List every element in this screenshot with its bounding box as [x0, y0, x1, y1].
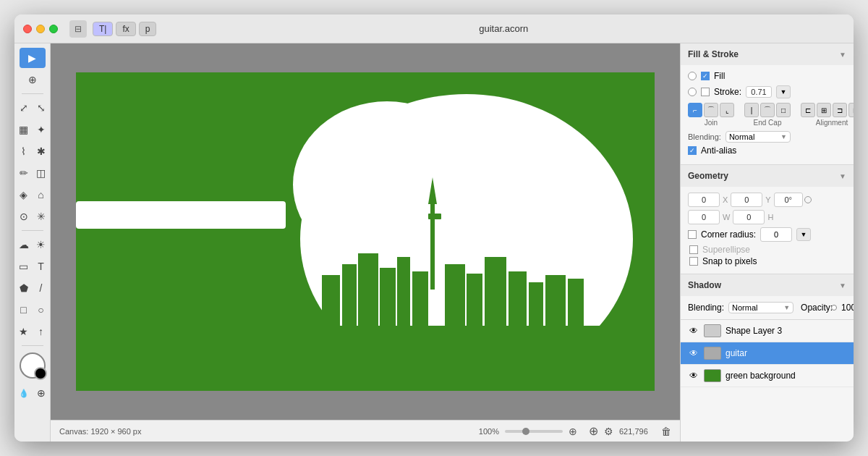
tool-zoom2[interactable]: ⊕	[33, 383, 49, 403]
geometry-header[interactable]: Geometry ▼	[681, 165, 854, 187]
tool-circle[interactable]: ○	[33, 300, 49, 320]
stroke-value-input[interactable]: 0.71	[746, 86, 772, 98]
color-well[interactable]	[20, 352, 46, 379]
tool-text[interactable]: T	[33, 256, 49, 276]
tool-brush[interactable]: ✏	[16, 163, 32, 183]
endcap-btn-square[interactable]: □	[776, 103, 791, 117]
divider2	[22, 230, 43, 231]
blending-select[interactable]: Normal ▼	[726, 131, 791, 143]
stroke-checkbox[interactable]	[701, 88, 710, 96]
join-group: ⌐ ⌒ ⌞ Join	[688, 103, 734, 127]
svg-rect-22	[362, 259, 365, 262]
align-btn-extra[interactable]: ⊟	[848, 103, 854, 117]
tool-magic-lasso[interactable]: ✱	[33, 141, 49, 161]
maximize-button[interactable]	[49, 25, 58, 33]
tool-effect[interactable]: ✳	[33, 206, 49, 227]
close-button[interactable]	[23, 25, 32, 33]
tool-crop[interactable]: ⤢	[16, 98, 32, 118]
shadow-blending-select[interactable]: Normal ▼	[728, 302, 793, 313]
endcap-group: | ⌒ □ End Cap	[744, 103, 791, 127]
layer-item-shape3[interactable]: 👁 Shape Layer 3	[681, 320, 854, 342]
titlebar-tool-p[interactable]: p	[139, 22, 157, 36]
align-btn-outside[interactable]: ⊐	[833, 103, 847, 117]
divider3	[22, 345, 43, 346]
fill-row: ✓ Fill	[688, 71, 846, 81]
fill-radio[interactable]	[688, 72, 697, 80]
fill-checkbox[interactable]: ✓	[701, 72, 710, 80]
geo-h-input[interactable]: 0	[733, 210, 765, 224]
canvas-viewport[interactable]	[51, 43, 680, 420]
tool-magic-select[interactable]: ✦	[33, 119, 49, 140]
tool-pen[interactable]: ⬟	[16, 278, 32, 298]
stroke-dropdown[interactable]: ▼	[776, 85, 791, 98]
join-row: ⌐ ⌒ ⌞ Join | ⌒ □ End	[688, 103, 846, 127]
tool-star[interactable]: ★	[16, 321, 32, 342]
tool-pixels[interactable]: ▦	[16, 119, 32, 140]
tool-eyedropper[interactable]: 💧	[16, 383, 32, 403]
layer-item-guitar[interactable]: 👁 guitar	[681, 342, 854, 365]
tool-row-lasso: ⌇ ✱	[16, 141, 49, 161]
geo-y-input[interactable]: 0	[731, 193, 762, 207]
tool-square[interactable]: □	[16, 300, 32, 320]
trash-icon[interactable]: 🗑	[661, 426, 671, 437]
tool-fill[interactable]: ◈	[16, 185, 32, 205]
endcap-btn-butt[interactable]: |	[744, 103, 759, 117]
svg-rect-23	[367, 259, 370, 262]
stroke-radio[interactable]	[688, 88, 697, 96]
join-btn-bevel[interactable]: ⌞	[720, 103, 734, 117]
fill-stroke-header[interactable]: Fill & Stroke ▼	[681, 43, 854, 65]
zoom-slider[interactable]	[505, 430, 563, 433]
svg-rect-24	[362, 265, 365, 268]
geo-angle-input[interactable]: 0°	[774, 193, 803, 207]
join-btn-miter[interactable]: ⌐	[688, 103, 702, 117]
shadow-header[interactable]: Shadow ▼	[681, 274, 854, 296]
add-layer-icon[interactable]: ⊕	[589, 424, 598, 438]
tool-row-bottom: 💧 ⊕	[16, 383, 49, 403]
geo-h-label: H	[767, 213, 773, 221]
canvas-area: Canvas: 1920 × 960 px 100% ⊕ ⊕ ⚙ 621,796…	[51, 43, 680, 442]
settings-icon[interactable]: ⚙	[604, 426, 613, 437]
minimize-button[interactable]	[36, 25, 45, 33]
layer-item-green-bg[interactable]: 👁 green background	[681, 365, 854, 387]
tool-arrow-up[interactable]: ↑	[33, 321, 49, 342]
corner-checkbox[interactable]	[688, 230, 697, 239]
tool-rect[interactable]: ▭	[16, 256, 32, 276]
endcap-btns: | ⌒ □	[744, 103, 791, 117]
tool-line[interactable]: /	[33, 278, 49, 298]
corner-dropdown[interactable]: ▼	[796, 228, 811, 241]
fill-stroke-chevron: ▼	[839, 51, 846, 59]
align-btn-center[interactable]: ⊞	[817, 103, 831, 117]
snap-checkbox[interactable]	[689, 257, 698, 266]
titlebar-tool-type[interactable]: T|	[93, 22, 113, 36]
sidebar-toggle[interactable]: ⊟	[69, 20, 87, 38]
geo-x-input[interactable]: 0	[688, 193, 720, 207]
svg-rect-8	[428, 214, 441, 219]
tool-sun[interactable]: ☀	[33, 235, 49, 255]
tool-clone[interactable]: ⊙	[16, 206, 32, 227]
layer-name-shape3: Shape Layer 3	[726, 326, 846, 336]
geo-angle-dot[interactable]	[804, 196, 812, 203]
zoom-max-icon[interactable]: ⊕	[569, 426, 577, 437]
layer-eye-shape3[interactable]: 👁	[688, 325, 699, 337]
layer-eye-guitar[interactable]: 👁	[688, 347, 699, 359]
titlebar-tools: T| fx p	[93, 22, 156, 36]
tool-zoom[interactable]: ⊕	[20, 69, 46, 90]
geo-x-label: X	[723, 195, 728, 204]
layer-eye-green-bg[interactable]: 👁	[688, 370, 699, 381]
endcap-btn-round[interactable]: ⌒	[760, 103, 775, 117]
tool-smudge[interactable]: ⌂	[33, 185, 49, 205]
tool-eraser[interactable]: ◫	[33, 163, 49, 183]
antialias-checkbox[interactable]: ✓	[688, 146, 697, 155]
join-btn-round[interactable]: ⌒	[704, 103, 718, 117]
statusbar-right: 100% ⊕ ⊕ ⚙ 621,796 🗑	[479, 424, 671, 438]
titlebar-tool-fx[interactable]: fx	[116, 22, 135, 36]
tool-lasso[interactable]: ⌇	[16, 141, 32, 161]
tool-transform[interactable]: ⤡	[33, 98, 49, 118]
join-label: Join	[705, 119, 718, 127]
align-btn-inside[interactable]: ⊏	[801, 103, 815, 117]
geo-w-input[interactable]: 0	[688, 210, 720, 224]
corner-input[interactable]: 0	[760, 227, 792, 242]
superellipse-checkbox[interactable]	[689, 245, 698, 254]
tool-select[interactable]: ▶	[20, 48, 46, 68]
tool-shape-cloud[interactable]: ☁	[16, 235, 32, 255]
